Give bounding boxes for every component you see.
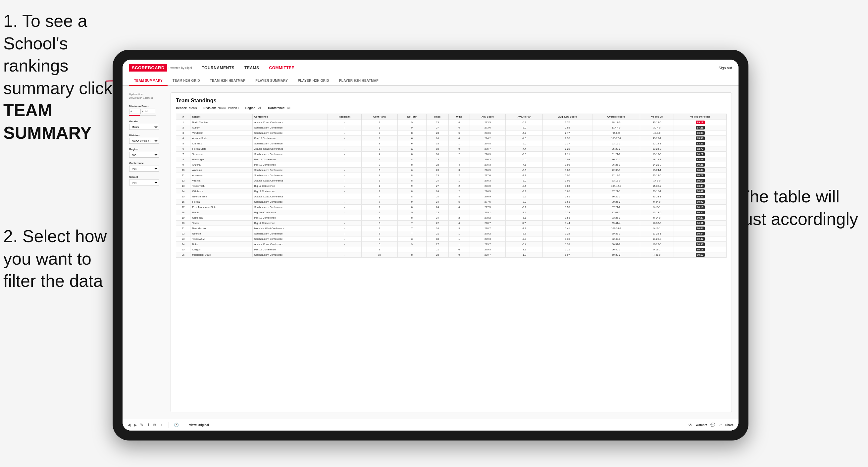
filter-division-select[interactable]: NCAA Division I [129,138,159,144]
cell-vs-top50: 80.84 [674,167,726,173]
cell-school: Tennessee [190,152,252,157]
cell-school: North Carolina [190,120,252,125]
cell-conference: Southeastern Conference [252,167,328,173]
tab-player-summary[interactable]: PLAYER SUMMARY [250,76,293,86]
cell-conference: Mountain West Conference [252,226,328,231]
filter-region-select[interactable]: N/A [129,152,159,158]
cell-avg-par: -6.2 [505,130,543,136]
pts-badge: 80.47 [696,195,705,198]
cell-avg-par: -6.0 [505,178,543,184]
cell-wins: 4 [448,162,470,167]
cell-rnds: 23 [427,167,449,173]
cell-tour: 7 [397,221,427,226]
filter-minimum-rank: Minimum Rou... - [129,105,165,116]
toolbar-clock-icon[interactable]: 🕐 [174,423,179,427]
col-conference: Conference [252,114,328,120]
cell-vs-top50: 80.91 [674,221,726,226]
cell-rnds: 27 [427,242,449,247]
filter-conference-select[interactable]: (All) [129,165,159,172]
data-table: # School Conference Reg Rank Conf Rank N… [176,114,726,258]
toolbar-copy-icon[interactable]: ⧉ [153,423,156,427]
cell-rank: 8 [176,157,190,162]
toolbar-reload-icon[interactable]: ↻ [140,423,144,427]
cell-conference: Southeastern Conference [252,125,328,130]
cell-wins: 2 [448,184,470,189]
table-row: 18 Illinois Big Ten Conference - 1 9 23 … [176,210,726,215]
cell-reg-rank: - [328,215,362,221]
cell-vs-top25: 33-25-2 [640,146,674,152]
cell-school: Texas [190,221,252,226]
toolbar-comment-icon[interactable]: 💬 [710,423,715,427]
filter-rank-to[interactable] [144,108,155,114]
cell-school: Arkansas [190,173,252,178]
table-row: 5 Ole Miss Southeastern Conference - 3 6… [176,141,726,146]
cell-vs-top50: 89.11 [674,120,726,125]
toolbar-back-icon[interactable]: ◀ [127,423,130,427]
cell-wins: 1 [448,178,470,184]
table-division-label: Division: [203,106,216,110]
cell-rank: 7 [176,152,190,157]
cell-overall: 95-6-0 [592,130,640,136]
cell-conf-rank: 4 [362,215,397,221]
toolbar-forward-icon[interactable]: ▶ [134,423,137,427]
cell-vs-top50: 83.49 [674,157,726,162]
cell-rnds: 23 [427,162,449,167]
cell-conference: Pac-12 Conference [252,136,328,141]
cell-vs-top25: 11-19-0 [640,152,674,157]
cell-adj-score: 273.6 [470,125,506,130]
cell-conference: Southeastern Conference [252,205,328,210]
tab-team-h2h-heatmap[interactable]: TEAM H2H HEATMAP [205,76,250,86]
filter-rank-label: Minimum Rou... [129,105,165,107]
cell-school: Vanderbilt [190,130,252,136]
toolbar-share-icon[interactable]: ↗ [719,423,722,427]
tab-player-h2h-grid[interactable]: PLAYER H2H GRID [293,76,334,86]
nav-teams[interactable]: TEAMS [244,64,259,72]
cell-wins: 4 [448,194,470,199]
cell-avg-low: 1.85 [543,194,592,199]
pts-badge: 80.71 [696,174,705,177]
cell-reg-rank: - [328,173,362,178]
filter-school-select[interactable]: (All) [129,180,159,185]
view-original-button[interactable]: View: Original [189,423,209,427]
toolbar-share-2-icon[interactable]: ⬆ [147,423,150,427]
filter-rank-slider[interactable] [129,115,156,116]
filter-gender-select[interactable]: Men's [129,124,159,130]
cell-rank: 4 [176,136,190,141]
cell-overall: 59-41-4 [592,221,640,226]
cell-vs-top50: 80.21 [674,162,726,167]
share-button[interactable]: Share [725,423,734,427]
sign-out-link[interactable]: Sign out [719,66,732,70]
cell-conf-rank: 3 [362,178,397,184]
cell-adj-score: 276.0 [470,184,506,189]
pts-badge: 80.18 [696,248,705,251]
tab-player-h2h-heatmap[interactable]: PLAYER H2H HEATMAP [334,76,383,86]
cell-vs-top50: 83.27 [674,141,726,146]
cell-rank: 21 [176,226,190,231]
cell-avg-par: -6.0 [505,125,543,130]
filter-rank-from[interactable] [129,108,141,114]
toolbar-add-icon[interactable]: ＋ [160,422,164,428]
tab-team-h2h-grid[interactable]: TEAM H2H GRID [167,76,205,86]
cell-rank: 16 [176,199,190,205]
cell-adj-score: 275.7 [470,146,506,152]
table-division-filter: Division: NCAA Division I [203,106,239,110]
nav-committee[interactable]: COMMITTEE [269,64,295,72]
table-title: Team Standings [176,98,726,104]
table-conference-filter: Conference: All [268,106,290,110]
cell-reg-rank: - [328,189,362,194]
cell-avg-low: 0.97 [543,252,592,258]
cell-avg-low: 1.28 [543,231,592,237]
cell-conference: Big 12 Conference [252,189,328,194]
cell-rnds: 23 [427,120,449,125]
nav-tournaments[interactable]: TOURNAMENTS [202,64,235,72]
cell-school: Oregon [190,247,252,252]
cell-wins: 5 [448,130,470,136]
cell-overall: 83-25-1 [592,215,640,221]
tab-team-summary[interactable]: TEAM SUMMARY [129,76,167,86]
cell-conf-rank: 1 [362,120,397,125]
watch-button[interactable]: Watch ▾ [696,423,707,427]
cell-vs-top50: 80.44 [674,226,726,231]
cell-vs-top25: 40-0-0 [640,130,674,136]
cell-tour: 6 [397,141,427,146]
pts-badge: 82.73 [696,147,705,151]
